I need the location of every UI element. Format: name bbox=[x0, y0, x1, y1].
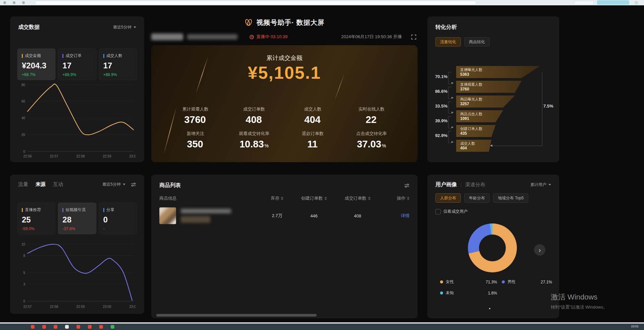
col-stock: 库存 bbox=[271, 195, 279, 201]
time-range-dropdown[interactable]: 最近5分钟 bbox=[113, 24, 136, 30]
gmv-title: 累计成交金额 bbox=[151, 54, 418, 62]
funnel-overall-line bbox=[493, 146, 542, 146]
taskbar-app-icon[interactable] bbox=[31, 325, 35, 329]
metric-label: 短视频引流 bbox=[65, 207, 86, 213]
metric-card-deal-amount[interactable]: 成交金额 ¥204.3 +68.7% bbox=[17, 49, 55, 80]
taskbar-app-icon[interactable] bbox=[99, 325, 103, 329]
metric-card-live-recommend[interactable]: 直播推荐 25 -59.0% bbox=[17, 203, 55, 234]
carousel-next-button[interactable]: › bbox=[534, 244, 545, 256]
stat-deal-orders: 成交订单数408 bbox=[225, 106, 283, 125]
metric-label: 成交金额 bbox=[25, 53, 41, 59]
svg-text:22:59: 22:59 bbox=[103, 154, 111, 158]
arrow-right-icon: ▶ bbox=[451, 111, 453, 114]
subtab-age[interactable]: 年龄分布 bbox=[464, 193, 490, 203]
metric-value: 0 bbox=[103, 215, 132, 224]
funnel-stage-value: 3257 bbox=[460, 102, 536, 106]
taskbar-app-icon[interactable] bbox=[54, 325, 57, 329]
tab-channel-distribution[interactable]: 渠道分布 bbox=[465, 182, 485, 188]
svg-text:3: 3 bbox=[23, 282, 25, 286]
svg-text:10: 10 bbox=[21, 243, 25, 246]
funnel-rate-rail: 70.1%▶86.6%▶33.5%▶39.9%▶92.9%▶ bbox=[427, 66, 456, 159]
arrow-right-icon: ▶ bbox=[451, 96, 453, 99]
tab-traffic[interactable]: 流量 bbox=[18, 181, 28, 188]
deal-trend-chart: 02040608022:5622:5722:5822:5923:00 bbox=[17, 81, 136, 160]
metric-card-short-video[interactable]: 短视频引流 28 -37.8% bbox=[58, 203, 96, 234]
funnel-overall-rate: 7.5% bbox=[543, 104, 553, 109]
sort-icon[interactable] bbox=[407, 197, 410, 200]
tab-source[interactable]: 来源 bbox=[36, 181, 46, 188]
taskbar-app-icon[interactable] bbox=[65, 325, 69, 329]
funnel-bracket bbox=[448, 72, 451, 84]
metric-delta: +88.9% bbox=[62, 72, 92, 77]
live-duration: 03:10:39 bbox=[271, 34, 288, 39]
subtab-gender[interactable]: 人群分布 bbox=[435, 193, 461, 203]
funnel-stage-label: 商品点击人数 bbox=[460, 112, 536, 116]
browser-extension-button[interactable] bbox=[574, 1, 594, 5]
fullscreen-icon[interactable] bbox=[411, 35, 416, 40]
tab-interaction[interactable]: 互动 bbox=[53, 181, 63, 188]
sort-icon[interactable] bbox=[368, 197, 371, 200]
subtab-region-top5[interactable]: 地域分布 Top5 bbox=[493, 193, 528, 203]
tab-traffic-conversion[interactable]: 流量转化 bbox=[435, 37, 461, 47]
arrow-right-icon: ▶ bbox=[451, 81, 453, 84]
cumulative-gmv-panel: 累计成交金额 ¥5,105.1 累计观看人数3760 成交订单数408 成交人数… bbox=[151, 45, 418, 162]
detail-link[interactable]: 详情 bbox=[401, 213, 410, 218]
filter-sliders-icon[interactable] bbox=[131, 182, 136, 187]
metric-color-bar bbox=[62, 208, 63, 212]
svg-text:23:00: 23:00 bbox=[129, 154, 136, 158]
checkbox-icon[interactable] bbox=[435, 209, 441, 214]
taskbar-app-icon[interactable] bbox=[42, 325, 46, 329]
browser-highlighted-button[interactable] bbox=[597, 0, 629, 5]
page-header: 视频号助手· 数据大屏 bbox=[151, 17, 418, 27]
svg-text:22:56: 22:56 bbox=[23, 154, 32, 158]
funnel-bracket bbox=[448, 116, 451, 128]
metric-card-share[interactable]: 分享 0 - bbox=[99, 203, 137, 234]
funnel-stage-label: 直播观看人数 bbox=[460, 82, 536, 87]
svg-text:23:00: 23:00 bbox=[103, 305, 111, 309]
metric-color-bar bbox=[22, 208, 23, 212]
taskbar-app-icon[interactable] bbox=[88, 325, 92, 329]
stat-refund-orders: 退款订单数11 bbox=[283, 131, 342, 150]
metric-value: ¥204.3 bbox=[22, 61, 51, 70]
svg-text:80: 80 bbox=[21, 83, 25, 87]
deal-users-only-checkbox[interactable]: 仅看成交用户 bbox=[435, 209, 468, 214]
user-range-dropdown[interactable]: 累计用户 bbox=[530, 182, 551, 188]
browser-back-icon[interactable] bbox=[3, 1, 6, 4]
time-range-dropdown[interactable]: 最近5分钟 bbox=[102, 182, 125, 187]
carousel-indicator-dot[interactable] bbox=[489, 308, 490, 309]
taskbar-app-icon[interactable] bbox=[111, 325, 114, 329]
taskbar-app-icon[interactable] bbox=[76, 325, 80, 329]
funnel-chart: 70.1%▶86.6%▶33.5%▶39.9%▶92.9%▶ 直播曝光人数536… bbox=[427, 66, 559, 159]
tab-product-conversion[interactable]: 商品转化 bbox=[464, 37, 490, 47]
metric-delta: - bbox=[103, 226, 132, 231]
browser-home-icon[interactable] bbox=[22, 1, 25, 4]
live-status-bar: 直播中 03:10:39 2024年06月17日 19:50:36 开播 bbox=[151, 32, 418, 42]
tab-user-portrait[interactable]: 用户画像 bbox=[435, 181, 457, 188]
svg-text:60: 60 bbox=[21, 100, 25, 103]
horizontal-scrollbar[interactable] bbox=[156, 314, 317, 317]
funnel-stage-label: 成交人数 bbox=[460, 141, 536, 146]
metric-card-deal-buyers[interactable]: 成交人数 17 +88.9% bbox=[99, 49, 137, 80]
funnel-conversion-rate: 33.5% bbox=[435, 104, 447, 109]
product-subtitle-blurred bbox=[181, 216, 210, 223]
metric-card-deal-orders[interactable]: 成交订单 17 +88.9% bbox=[58, 49, 96, 80]
browser-refresh-icon[interactable] bbox=[13, 1, 15, 4]
chevron-down-icon bbox=[133, 26, 136, 28]
metric-label: 成交订单 bbox=[65, 53, 82, 59]
filter-sliders-icon[interactable] bbox=[404, 183, 410, 188]
legend-item-female: 女性 71.3% bbox=[440, 279, 497, 285]
svg-text:0: 0 bbox=[23, 150, 25, 153]
funnel-conversion-rate: 92.9% bbox=[435, 133, 447, 138]
legend-label: 男性 bbox=[507, 279, 516, 285]
funnel-stage-value: 1091 bbox=[460, 116, 536, 121]
address-bar[interactable] bbox=[35, 1, 476, 5]
sort-icon[interactable] bbox=[281, 197, 283, 200]
metric-delta: +68.7% bbox=[22, 72, 51, 77]
browser-menu-icon[interactable] bbox=[635, 1, 638, 4]
sort-icon[interactable] bbox=[324, 197, 327, 200]
live-dot-icon bbox=[250, 35, 254, 39]
metric-value: 17 bbox=[62, 61, 92, 70]
metric-delta: -59.0% bbox=[22, 226, 51, 231]
arrow-right-icon: ▶ bbox=[451, 126, 453, 129]
funnel-stage-value: 404 bbox=[460, 146, 536, 150]
